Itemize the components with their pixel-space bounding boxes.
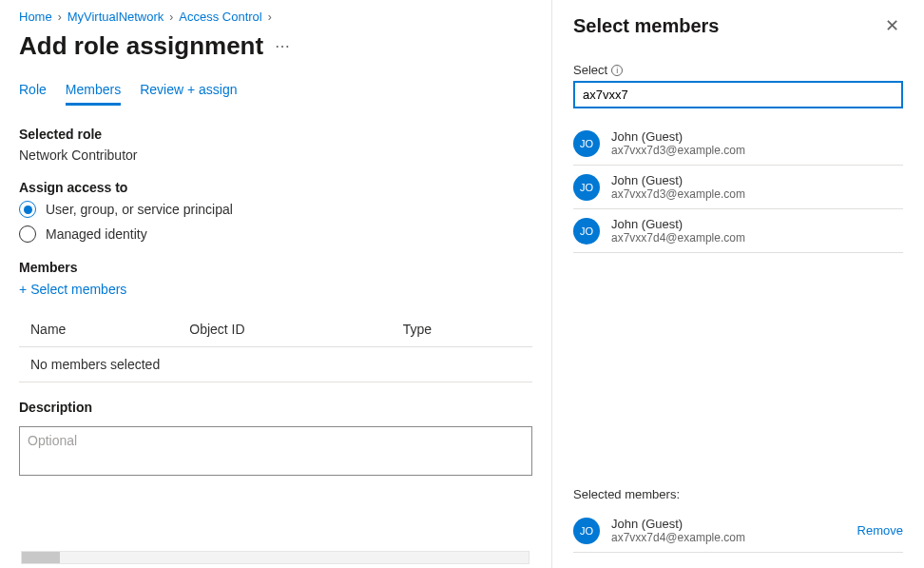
select-members-panel: Select members ✕ Select i JO John (Guest… (551, 0, 924, 568)
list-item[interactable]: JO John (Guest) ax7vxx7d3@example.com (573, 122, 903, 166)
select-members-label: Select members (30, 282, 126, 297)
member-email: ax7vxx7d4@example.com (611, 531, 846, 544)
assign-access-label: Assign access to (19, 180, 532, 195)
members-table: Name Object ID Type No members selected (19, 312, 532, 382)
radio-icon (19, 201, 36, 218)
member-email: ax7vxx7d3@example.com (611, 144, 903, 157)
table-row: No members selected (19, 347, 532, 382)
tab-role[interactable]: Role (19, 82, 47, 106)
avatar: JO (573, 518, 600, 544)
radio-user-group-sp[interactable]: User, group, or service principal (19, 201, 532, 218)
member-name: John (Guest) (611, 217, 903, 231)
tab-members[interactable]: Members (66, 82, 121, 106)
col-object-id[interactable]: Object ID (178, 312, 392, 347)
panel-title: Select members (573, 15, 719, 37)
list-item[interactable]: JO John (Guest) ax7vxx7d4@example.com (573, 209, 903, 253)
selected-members-section: Selected members: JO John (Guest) ax7vxx… (573, 468, 903, 553)
assign-access-radio-group: User, group, or service principal Manage… (19, 201, 532, 243)
col-type[interactable]: Type (392, 312, 532, 347)
description-input[interactable] (19, 426, 532, 476)
breadcrumb-access-control[interactable]: Access Control (179, 10, 261, 24)
search-input[interactable] (573, 81, 903, 108)
list-item: JO John (Guest) ax7vxx7d4@example.com Re… (573, 509, 903, 553)
member-email: ax7vxx7d3@example.com (611, 187, 903, 201)
chevron-right-icon: › (58, 10, 62, 24)
member-name: John (Guest) (611, 129, 903, 144)
avatar: JO (573, 130, 600, 157)
radio-managed-identity[interactable]: Managed identity (19, 225, 532, 243)
member-info: John (Guest) ax7vxx7d3@example.com (611, 173, 903, 201)
empty-message: No members selected (19, 347, 532, 382)
breadcrumb-vnet[interactable]: MyVirtualNetwork (67, 10, 164, 24)
plus-icon: + (19, 282, 27, 297)
remove-button[interactable]: Remove (857, 523, 903, 538)
avatar: JO (573, 218, 600, 245)
member-info: John (Guest) ax7vxx7d4@example.com (611, 517, 846, 544)
members-label: Members (19, 260, 532, 275)
member-name: John (Guest) (611, 517, 846, 531)
main-panel: Home › MyVirtualNetwork › Access Control… (0, 0, 551, 568)
close-icon[interactable]: ✕ (881, 11, 903, 40)
select-field-label: Select i (573, 63, 903, 77)
radio-label: Managed identity (46, 226, 147, 242)
info-icon[interactable]: i (611, 65, 623, 76)
panel-header: Select members ✕ (573, 11, 903, 40)
tab-review-assign[interactable]: Review + assign (140, 82, 237, 106)
avatar: JO (573, 174, 600, 201)
col-name[interactable]: Name (19, 312, 178, 347)
member-name: John (Guest) (611, 173, 903, 187)
more-actions-button[interactable]: ⋯ (275, 37, 290, 55)
description-section: Description (19, 400, 532, 480)
page-title: Add role assignment (19, 31, 263, 61)
scrollbar-thumb[interactable] (22, 552, 60, 563)
breadcrumb-home[interactable]: Home (19, 10, 52, 24)
search-results: JO John (Guest) ax7vxx7d3@example.com JO… (573, 122, 903, 253)
radio-icon (19, 225, 36, 243)
selected-members-label: Selected members: (573, 487, 903, 501)
description-label: Description (19, 400, 532, 415)
breadcrumb: Home › MyVirtualNetwork › Access Control… (19, 10, 532, 24)
select-members-link[interactable]: + Select members (19, 282, 126, 297)
selected-role-label: Selected role (19, 127, 532, 142)
list-item[interactable]: JO John (Guest) ax7vxx7d3@example.com (573, 166, 903, 209)
page-title-row: Add role assignment ⋯ (19, 31, 532, 61)
member-info: John (Guest) ax7vxx7d4@example.com (611, 217, 903, 245)
radio-label: User, group, or service principal (46, 202, 233, 217)
tabs: Role Members Review + assign (19, 82, 532, 106)
selected-role-value: Network Contributor (19, 147, 532, 163)
chevron-right-icon: › (169, 10, 173, 24)
member-info: John (Guest) ax7vxx7d3@example.com (611, 129, 903, 157)
chevron-right-icon: › (268, 10, 272, 24)
member-email: ax7vxx7d4@example.com (611, 231, 903, 245)
horizontal-scrollbar[interactable] (21, 551, 529, 564)
